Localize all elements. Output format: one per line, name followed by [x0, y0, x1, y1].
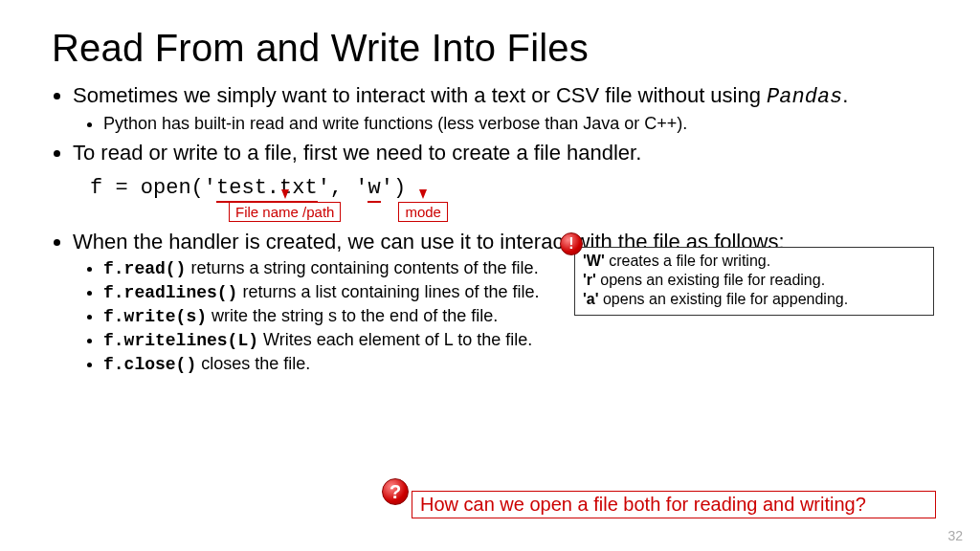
desc: creates a file for writing.: [605, 253, 770, 269]
code-line: f = open('test.txt', 'w'): [90, 176, 406, 200]
question-callout: ? How can we open a file both for readin…: [412, 491, 936, 518]
code-mode: w: [368, 176, 380, 203]
question-text: How can we open a file both for reading …: [420, 494, 866, 515]
method-code: f.write(s): [103, 307, 207, 326]
annot-label: File name /path: [235, 204, 334, 220]
key: 'W': [583, 253, 605, 269]
code-close: ): [393, 176, 406, 200]
text: .: [842, 83, 848, 107]
quote: ': [355, 176, 368, 200]
info-line-a: 'a' opens an existing file for appending…: [583, 290, 925, 309]
excl-glyph: !: [560, 232, 583, 255]
arrow-down-icon: [419, 189, 427, 199]
method-desc: returns a string containing contents of …: [186, 258, 538, 277]
question-icon: ?: [382, 478, 409, 505]
quote: ': [204, 176, 216, 200]
bullet-1-sub: Python has built-in read and write funct…: [103, 113, 928, 135]
desc: opens an existing file for appending.: [599, 291, 849, 307]
bullet-list: Sometimes we simply want to interact wit…: [52, 83, 928, 166]
annotation-row: File name /path mode: [90, 202, 928, 222]
method-desc: write the string s to the end of the fil…: [207, 306, 498, 325]
quote: ': [381, 176, 393, 200]
text: Sometimes we simply want to interact wit…: [73, 83, 767, 107]
key: 'a': [583, 291, 599, 307]
bullet-2: To read or write to a file, first we nee…: [73, 141, 928, 166]
page-number: 32: [947, 528, 963, 543]
code-filename: test.txt: [216, 176, 318, 203]
method-code: f.read(): [103, 259, 186, 278]
desc: opens an existing file for reading.: [596, 272, 825, 288]
code-pre: f = open(: [90, 176, 204, 200]
mode-info-box: ! 'W' creates a file for writing. 'r' op…: [574, 247, 934, 316]
slide-title: Read From and Write Into Files: [52, 27, 928, 70]
annot-filename: File name /path: [229, 202, 341, 222]
arrow-down-icon: [281, 189, 289, 199]
qmark-glyph: ?: [382, 478, 409, 505]
info-line-w: 'W' creates a file for writing.: [583, 252, 925, 271]
method-code: f.writelines(L): [103, 331, 258, 350]
method-desc: closes the file.: [196, 354, 310, 373]
method-desc: Writes each element of L to the file.: [258, 330, 532, 349]
method-code: f.close(): [103, 355, 196, 374]
method-item: f.writelines(L) Writes each element of L…: [103, 329, 928, 352]
method-item: f.close() closes the file.: [103, 353, 928, 376]
info-line-r: 'r' opens an existing file for reading.: [583, 271, 925, 290]
method-code: f.readlines(): [103, 283, 237, 302]
pandas-mono: Pandas: [767, 85, 842, 109]
bullet-1: Sometimes we simply want to interact wit…: [73, 83, 928, 135]
exclamation-icon: !: [560, 232, 583, 255]
annot-label: mode: [405, 204, 441, 220]
quote: ',: [318, 176, 356, 200]
key: 'r': [583, 272, 596, 288]
method-desc: returns a list containing lines of the f…: [237, 282, 539, 301]
annot-mode: mode: [398, 202, 448, 222]
